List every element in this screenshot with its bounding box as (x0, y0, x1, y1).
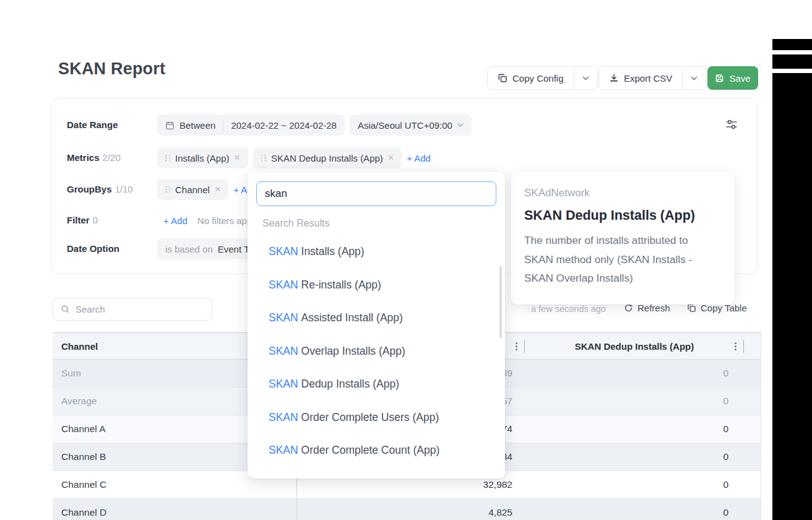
groupbys-label: GroupBys1/10 (67, 184, 133, 194)
cell-skan-dedup: 0 (525, 499, 744, 520)
redaction-bar (772, 39, 812, 50)
copy-config-button[interactable]: Copy Config (488, 67, 574, 89)
page-title: SKAN Report (58, 59, 165, 79)
drag-handle-icon[interactable] (165, 186, 170, 193)
copy-config-dropdown-button[interactable] (574, 67, 597, 89)
metrics-label: Metrics2/20 (67, 152, 121, 163)
add-metric-button[interactable]: + Add (407, 153, 431, 163)
metric-search-result[interactable]: SKAN Re-installs (App) (248, 269, 505, 302)
cell-installs: 4,825 (297, 499, 525, 520)
metric-tooltip-title: SKAN Dedup Installs (App) (524, 208, 721, 223)
search-results-label: Search Results (262, 218, 330, 229)
cell-skan-dedup: 0 (525, 443, 744, 470)
redaction-bar (772, 73, 812, 520)
skan-report-page: SKAN Report Copy Config Export CSV Save … (0, 0, 812, 520)
timezone-value: Asia/Seoul UTC+09:00 (358, 120, 452, 131)
metric-search-result[interactable]: SKAN Order Complete Users (App) (248, 401, 505, 435)
column-menu-icon[interactable] (516, 345, 517, 347)
column-menu-icon[interactable] (735, 345, 736, 347)
metric-chip-label: SKAN Dedup Installs (App) (271, 153, 383, 163)
filter-count: 0 (93, 215, 98, 225)
cell-spacer (744, 360, 761, 387)
config-settings-button[interactable] (725, 117, 740, 132)
date-option-prefix: is based on (165, 244, 213, 254)
tune-sliders-icon (725, 118, 740, 131)
groupbys-row: Channel × + Add (157, 179, 257, 200)
metric-search-results: SKAN Installs (App) SKAN Re-installs (Ap… (248, 235, 505, 467)
result-rest: Dedup Installs (App) (298, 378, 399, 391)
remove-chip-icon[interactable]: × (388, 153, 394, 163)
result-rest: Order Complete Count (App) (298, 444, 440, 457)
remove-chip-icon[interactable]: × (215, 184, 220, 194)
column-header-skan-dedup-installs[interactable]: SKAN Dedup Installs (App) (525, 333, 744, 359)
chevron-down-icon (457, 123, 464, 127)
result-rest: Order Complete Users (App) (298, 411, 439, 424)
download-icon (609, 73, 619, 83)
result-match: SKAN (269, 345, 298, 358)
result-match: SKAN (269, 378, 298, 391)
copy-icon (498, 73, 508, 83)
date-range-row: Between 2024-02-22 ~ 2024-02-28 Asia/Seo… (157, 115, 472, 136)
result-rest: Overlap Installs (App) (298, 345, 405, 358)
redaction-bar (772, 54, 812, 69)
column-header-spacer (744, 333, 761, 359)
result-rest: Installs (App) (298, 245, 365, 258)
metric-search-result[interactable]: SKAN Overlap Installs (App) (248, 335, 505, 368)
export-csv-button[interactable]: Export CSV (599, 67, 682, 89)
timezone-select[interactable]: Asia/Seoul UTC+09:00 (350, 115, 472, 136)
drag-handle-icon[interactable] (165, 155, 170, 161)
refresh-icon (624, 303, 633, 313)
cell-skan-dedup: 0 (525, 360, 744, 387)
metric-search-dropdown: Search Results SKAN Installs (App) SKAN … (248, 172, 505, 479)
table-search-input[interactable] (76, 304, 204, 314)
date-range-picker[interactable]: Between 2024-02-22 ~ 2024-02-28 (157, 115, 345, 136)
metric-search-input[interactable] (256, 181, 496, 206)
metrics-row: Installs (App) × SKAN Dedup Installs (Ap… (157, 147, 431, 168)
add-filter-button[interactable]: + Add (163, 215, 188, 226)
last-updated-text: a few seconds ago (531, 304, 606, 314)
calendar-icon (165, 121, 175, 130)
dropdown-scrollbar[interactable] (499, 266, 503, 338)
drag-handle-icon[interactable] (261, 155, 266, 161)
copy-config-button-group: Copy Config (487, 66, 598, 90)
metric-chip-label: Installs (App) (175, 153, 230, 163)
chevron-down-icon (582, 76, 589, 80)
search-icon (61, 305, 70, 314)
cell-spacer (744, 415, 761, 443)
export-csv-button-group: Export CSV (598, 66, 706, 90)
metric-tooltip: SKAdNetwork SKAN Dedup Installs (App) Th… (511, 172, 735, 305)
table-search (53, 298, 212, 321)
result-match: SKAN (269, 279, 298, 292)
metric-search-result[interactable]: SKAN Order Complete Count (App) (248, 434, 505, 467)
remove-chip-icon[interactable]: × (235, 153, 240, 163)
result-rest: Assisted Install (App) (298, 311, 403, 324)
cell-skan-dedup: 0 (525, 415, 744, 443)
save-icon (715, 74, 724, 83)
cell-spacer (744, 499, 761, 520)
groupby-chip-label: Channel (175, 184, 210, 195)
copy-config-label: Copy Config (512, 73, 564, 84)
export-csv-dropdown-button[interactable] (682, 67, 706, 89)
cell-channel: Channel D (53, 499, 297, 520)
metric-search-result[interactable]: SKAN Dedup Installs (App) (248, 368, 505, 401)
date-range-value: 2024-02-22 ~ 2024-02-28 (231, 120, 337, 131)
metric-category: SKAdNetwork (524, 187, 721, 199)
metric-chip[interactable]: SKAN Dedup Installs (App) × (253, 147, 402, 168)
result-match: SKAN (269, 411, 298, 424)
result-match: SKAN (269, 444, 298, 457)
result-match: SKAN (269, 245, 298, 258)
copy-icon (687, 303, 696, 313)
metrics-count: 2/20 (103, 152, 121, 163)
result-match: SKAN (269, 311, 298, 324)
filter-label: Filter0 (67, 215, 98, 225)
groupbys-count: 1/10 (115, 184, 133, 194)
metric-chip[interactable]: Installs (App) × (157, 147, 248, 168)
cell-spacer (744, 471, 761, 498)
export-csv-label: Export CSV (624, 73, 672, 84)
metric-search-result[interactable]: SKAN Assisted Install (App) (248, 301, 505, 335)
date-range-label: Date Range (67, 119, 118, 130)
metric-search-result[interactable]: SKAN Installs (App) (248, 235, 505, 269)
result-rest: Re-installs (App) (298, 279, 381, 292)
save-button[interactable]: Save (707, 66, 758, 90)
groupby-chip[interactable]: Channel × (157, 179, 228, 200)
